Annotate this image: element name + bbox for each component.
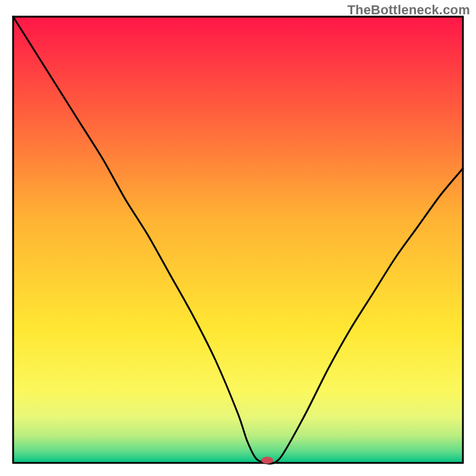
chart-svg [0, 0, 476, 476]
chart-frame: TheBottleneck.com [0, 0, 476, 476]
attribution-label: TheBottleneck.com [347, 2, 470, 18]
trough-marker [261, 457, 273, 464]
chart-background [13, 17, 463, 463]
